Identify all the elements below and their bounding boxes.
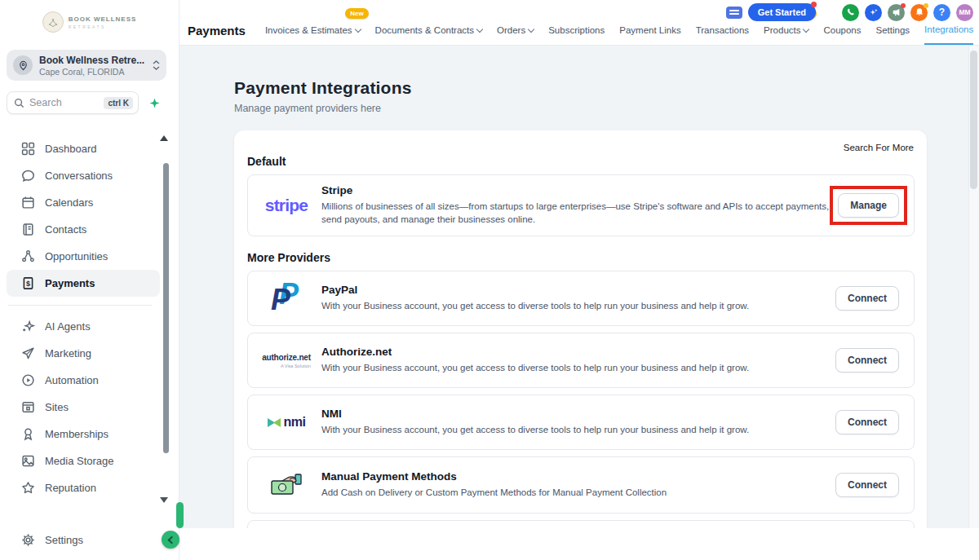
sidebar-item-marketing[interactable]: Marketing <box>7 340 160 367</box>
section-title: Payments <box>188 24 246 37</box>
sidebar-item-calendars[interactable]: Calendars <box>7 189 160 216</box>
tab-payment-links[interactable]: Payment Links <box>619 15 680 45</box>
agency-logo-subtext: RETREATS <box>69 24 137 29</box>
sidebar-item-ai-agents[interactable]: AI Agents <box>7 313 160 340</box>
provider-description: With your Business account, you get acce… <box>321 362 827 375</box>
sidebar-item-dashboard[interactable]: Dashboard <box>7 135 160 162</box>
page-title: Payment Integrations <box>234 78 412 98</box>
tab-documents-contracts[interactable]: Documents & Contracts <box>375 15 482 45</box>
chevron-down-icon <box>803 25 809 32</box>
sidebar-item-media-storage[interactable]: Media Storage <box>7 448 160 474</box>
sidebar-item-memberships[interactable]: Memberships <box>7 421 160 448</box>
sidebar: BOOK WELLNESS RETREATS Book Wellness Ret… <box>0 0 179 560</box>
dashboard-icon <box>21 142 35 156</box>
notifications-button[interactable] <box>910 4 928 21</box>
ai-sparkle-icon[interactable] <box>148 97 161 109</box>
agency-logo-text: BOOK WELLNESS <box>69 15 137 23</box>
account-switcher-chevrons-icon <box>153 60 160 70</box>
sidebar-item-payments[interactable]: $ Payments <box>7 270 160 297</box>
provider-row-manual-payments: Manual Payment Methods Add Cash on Deliv… <box>247 456 915 514</box>
sites-icon <box>21 400 35 414</box>
tab-label: Documents & Contracts <box>375 25 474 35</box>
tab-label: Coupons <box>823 25 861 35</box>
search-for-more-link[interactable]: Search For More <box>844 143 914 152</box>
manage-stripe-button[interactable]: Manage <box>838 193 899 218</box>
sidebar-item-label: Dashboard <box>45 143 97 155</box>
notification-dot <box>811 2 817 7</box>
tab-label: Products <box>764 25 800 35</box>
connect-nmi-button[interactable]: Connect <box>835 410 899 434</box>
tab-label: Orders <box>497 25 525 35</box>
tab-subscriptions[interactable]: Subscriptions <box>548 15 605 45</box>
sidebar-scroll-down-arrow[interactable] <box>160 497 168 503</box>
account-location: Cape Coral, FLORIDA <box>39 67 153 77</box>
account-switcher[interactable]: Book Wellness Retre... Cape Coral, FLORI… <box>7 50 166 81</box>
cash-in-hand-icon <box>270 473 303 497</box>
authorize-net-logo: authorize.net A Visa Solution <box>262 353 311 368</box>
help-icon: ? <box>939 7 945 18</box>
chevron-down-icon <box>528 25 534 32</box>
megaphone-icon <box>892 7 901 17</box>
tab-orders[interactable]: Orders <box>497 15 534 45</box>
tab-label: Invoices & Estimates <box>265 25 352 35</box>
paypal-logo: PP <box>269 280 303 317</box>
sidebar-item-label: Marketing <box>45 347 91 359</box>
tab-label: Payment Links <box>619 25 680 35</box>
main-content: Payment Integrations Manage payment prov… <box>179 46 979 528</box>
chevron-down-icon <box>476 25 483 32</box>
page-scrollbar-thumb[interactable] <box>970 51 977 189</box>
sidebar-item-opportunities[interactable]: Opportunities <box>7 243 160 270</box>
connect-paypal-button[interactable]: Connect <box>835 286 899 311</box>
announcements-button[interactable] <box>888 4 905 21</box>
sidebar-item-reputation[interactable]: Reputation <box>7 474 160 501</box>
sidebar-collapse-button[interactable] <box>162 531 179 549</box>
sidebar-item-settings[interactable]: Settings <box>7 527 160 553</box>
sidebar-item-label: Opportunities <box>45 250 108 262</box>
sidebar-scroll-up-arrow[interactable] <box>160 135 168 141</box>
provider-description: Add Cash on Delivery or Custom Payment M… <box>321 487 827 500</box>
sidebar-resize-handle[interactable] <box>176 502 184 528</box>
media-storage-icon <box>21 454 35 468</box>
help-button[interactable]: ? <box>933 4 950 21</box>
sidebar-item-label: Media Storage <box>45 455 114 467</box>
sidebar-search[interactable]: ctrl K <box>7 91 139 114</box>
sidebar-item-conversations[interactable]: Conversations <box>7 162 160 189</box>
tab-label: Settings <box>876 25 910 35</box>
tab-invoices-estimates[interactable]: Invoices & Estimates New <box>265 15 361 45</box>
connect-authorize-button[interactable]: Connect <box>835 348 899 373</box>
svg-text:$: $ <box>26 280 30 288</box>
chevron-left-icon <box>168 536 176 544</box>
sparkle-icon <box>869 7 879 17</box>
provider-name: NMI <box>321 408 827 420</box>
bell-icon <box>915 7 924 17</box>
sidebar-item-label: AI Agents <box>45 320 91 333</box>
opportunities-icon <box>21 249 35 263</box>
tab-label: Integrations <box>924 24 973 34</box>
conversations-icon <box>21 169 35 183</box>
page-scrollbar-track[interactable] <box>968 46 979 528</box>
sidebar-item-label: Calendars <box>45 196 93 209</box>
phone-button[interactable] <box>842 4 859 21</box>
sidebar-item-automation[interactable]: Automation <box>7 367 160 394</box>
user-avatar[interactable]: MM <box>956 4 973 21</box>
connect-manual-button[interactable]: Connect <box>835 473 899 497</box>
sidebar-scrollbar-thumb[interactable] <box>163 163 169 453</box>
get-started-button[interactable]: Get Started <box>748 3 816 21</box>
account-name: Book Wellness Retre... <box>39 55 153 66</box>
sidebar-item-sites[interactable]: Sites <box>7 394 160 421</box>
provider-row-paypal: PP PayPal With your Business account, yo… <box>247 271 915 326</box>
sidebar-item-label: Sites <box>45 401 69 413</box>
gear-icon <box>21 533 35 547</box>
chevron-down-icon <box>354 25 361 32</box>
sidebar-item-contacts[interactable]: Contacts <box>7 216 160 243</box>
agency-logo: BOOK WELLNESS RETREATS <box>0 0 179 44</box>
provider-description: Millions of businesses of all sizes—from… <box>321 201 830 226</box>
quick-actions-icon[interactable] <box>726 7 742 19</box>
automation-icon <box>21 373 35 387</box>
ai-assistant-button[interactable] <box>865 4 882 21</box>
nmi-logo-text: nmi <box>284 415 306 430</box>
tab-label: Transactions <box>696 25 749 35</box>
phone-icon <box>846 8 855 17</box>
provider-name: Manual Payment Methods <box>321 470 827 483</box>
search-input[interactable] <box>29 97 104 108</box>
